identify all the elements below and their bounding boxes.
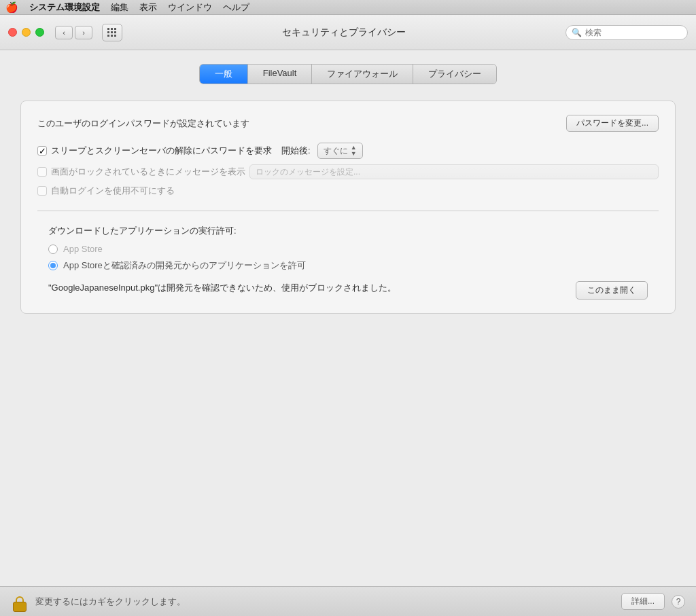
lock-message-checkbox[interactable] — [37, 167, 47, 177]
minimize-button[interactable] — [22, 28, 31, 37]
lock-icon[interactable] — [11, 592, 29, 612]
back-button[interactable]: ‹ — [55, 26, 73, 39]
menu-view[interactable]: 表示 — [139, 1, 157, 14]
menubar: 🍎 システム環境設定 編集 表示 ウインドウ ヘルプ — [0, 0, 696, 15]
sleep-checkbox-row: ✓ スリープとスクリーンセーバの解除にパスワードを要求 開始後: すぐに ▲▼ — [37, 143, 659, 159]
tab-filevault[interactable]: FileVault — [248, 65, 313, 84]
blocked-text: "GoogleJapaneseInput.pkg"は開発元を確認できないため、使… — [48, 281, 565, 295]
radio-identified-label: App Storeと確認済みの開発元からのアプリケーションを許可 — [63, 259, 306, 272]
radio-appstore-label: App Store — [63, 244, 103, 254]
lock-body — [13, 602, 27, 612]
password-label: このユーザのログインパスワードが設定されています — [37, 117, 558, 130]
blocked-row: "GoogleJapaneseInput.pkg"は開発元を確認できないため、使… — [48, 281, 648, 300]
bottombar: 変更するにはカギをクリックします。 詳細... ? — [0, 586, 696, 616]
tab-privacy[interactable]: プライバシー — [413, 65, 496, 84]
radio-appstore[interactable] — [48, 244, 58, 254]
select-arrows-icon: ▲▼ — [351, 145, 357, 157]
tabs-row: 一般 FileVault ファイアウォール プライバシー — [20, 64, 676, 84]
traffic-lights — [8, 28, 44, 37]
lock-shackle — [16, 596, 24, 602]
sleep-checkbox-label: スリープとスクリーンセーバの解除にパスワードを要求 — [51, 145, 272, 157]
help-button[interactable]: ? — [672, 595, 685, 609]
zoom-button[interactable] — [35, 28, 44, 37]
menu-help[interactable]: ヘルプ — [223, 1, 249, 14]
content-area: 一般 FileVault ファイアウォール プライバシー このユーザのログインパ… — [0, 50, 696, 586]
auto-login-checkbox-label: 自動ログインを使用不可にする — [51, 185, 175, 197]
tab-group: 一般 FileVault ファイアウォール プライバシー — [199, 64, 498, 84]
search-input[interactable] — [585, 28, 682, 37]
auto-login-checkbox-row: 自動ログインを使用不可にする — [37, 185, 659, 197]
tab-general[interactable]: 一般 — [200, 65, 248, 84]
details-button[interactable]: 詳細... — [621, 593, 665, 610]
titlebar: ‹ › セキュリティとプライバシー 🔍 — [0, 15, 696, 50]
radio-identified-row: App Storeと確認済みの開発元からのアプリケーションを許可 — [48, 259, 648, 272]
sleep-start-label: 開始後: — [281, 145, 311, 157]
open-anyway-button[interactable]: このまま開く — [576, 281, 648, 300]
download-section: ダウンロードしたアプリケーションの実行許可: App Store App Sto… — [37, 225, 659, 300]
general-panel: このユーザのログインパスワードが設定されています パスワードを変更... ✓ ス… — [20, 101, 676, 314]
window-title: セキュリティとプライバシー — [129, 26, 559, 39]
radio-identified[interactable] — [48, 261, 58, 270]
lock-message-input[interactable] — [249, 164, 659, 179]
search-icon: 🔍 — [572, 28, 582, 37]
lock-message-checkbox-label: 画面がロックされているときにメッセージを表示 — [51, 166, 245, 178]
menu-system-prefs[interactable]: システム環境設定 — [29, 1, 100, 14]
download-section-title: ダウンロードしたアプリケーションの実行許可: — [48, 225, 648, 237]
menu-edit[interactable]: 編集 — [111, 1, 128, 14]
close-button[interactable] — [8, 28, 17, 37]
lock-label: 変更するにはカギをクリックします。 — [35, 596, 614, 608]
auto-login-checkbox[interactable] — [37, 186, 47, 196]
sleep-start-select[interactable]: すぐに ▲▼ — [317, 143, 363, 159]
section-divider — [37, 211, 659, 211]
tab-firewall[interactable]: ファイアウォール — [312, 65, 413, 84]
menu-window[interactable]: ウインドウ — [168, 1, 212, 14]
lock-message-checkbox-row: 画面がロックされているときにメッセージを表示 — [37, 164, 659, 179]
search-box[interactable]: 🔍 — [566, 25, 688, 40]
password-row: このユーザのログインパスワードが設定されています パスワードを変更... — [37, 115, 659, 132]
nav-buttons: ‹ › — [55, 26, 92, 39]
grid-icon — [107, 28, 117, 37]
radio-appstore-row: App Store — [48, 244, 648, 254]
sleep-checkbox[interactable]: ✓ — [37, 146, 47, 156]
change-password-button[interactable]: パスワードを変更... — [566, 115, 659, 132]
forward-button[interactable]: › — [75, 26, 92, 39]
apple-menu[interactable]: 🍎 — [5, 1, 18, 14]
all-prefs-button[interactable] — [102, 24, 122, 41]
sleep-start-value: すぐに — [324, 145, 348, 157]
